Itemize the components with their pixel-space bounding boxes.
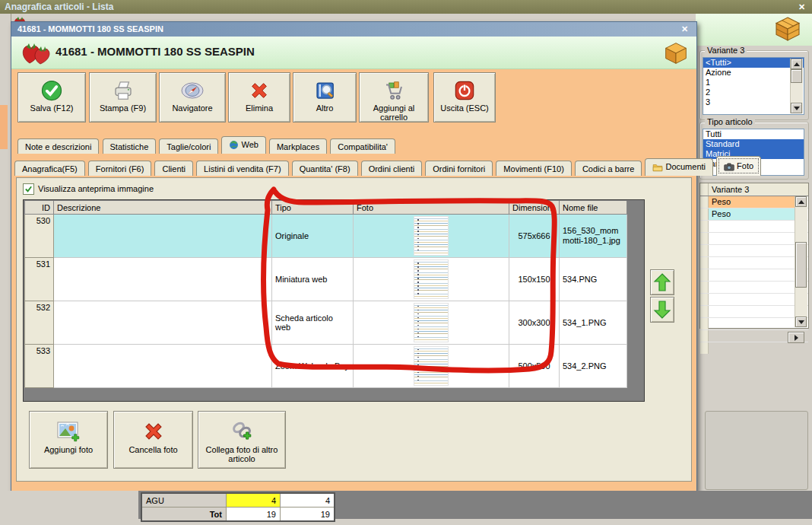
tab-compatibilita[interactable]: Compatibilita' xyxy=(330,138,395,154)
grid-cell[interactable]: Peso xyxy=(709,208,795,220)
exit-button[interactable]: Uscita (ESC) xyxy=(433,72,496,123)
screen: Anagrafica articoli - Lista ✕ Variante 3… xyxy=(0,0,812,525)
scroll-down-button[interactable] xyxy=(791,103,802,113)
tab-label: Documenti xyxy=(665,162,706,171)
other-button[interactable]: Altro xyxy=(293,72,357,123)
col-header-dimensioni[interactable]: Dimensioni xyxy=(509,201,560,215)
tipo-articolo-group-label: Tipo articolo xyxy=(705,117,755,126)
grid-row-peso-1[interactable]: Peso xyxy=(700,196,808,208)
tab-foto[interactable]: Foto xyxy=(716,156,761,176)
listbox-item-tutti[interactable]: <Tutti> xyxy=(703,58,804,68)
move-down-button[interactable] xyxy=(650,297,674,323)
tab-movimenti[interactable]: Movimenti (F10) xyxy=(496,161,571,176)
cell-dimensioni: 300x300 xyxy=(509,301,560,345)
table-row-532[interactable]: 532 Scheda articolo web 300x300 534_1.PN… xyxy=(25,301,627,345)
tab-anagrafica[interactable]: Anagrafica(F5) xyxy=(14,161,85,176)
tab-web[interactable]: Web xyxy=(221,136,265,154)
scroll-up-button[interactable] xyxy=(791,59,802,69)
tab-quantita[interactable]: Quantita' (F8) xyxy=(292,161,358,176)
camera-icon xyxy=(724,163,734,173)
cell-descrizione xyxy=(54,258,272,301)
link-photo-button[interactable]: Collega foto di altro articolo xyxy=(198,411,286,469)
grid-empty-row xyxy=(700,342,808,354)
variante3-scrollbar[interactable] xyxy=(790,59,803,113)
tab-label: Codici a barre xyxy=(582,164,634,173)
article-title: 41681 - MOMMOTTI 180 SS SEASPIN xyxy=(56,45,255,58)
green-arrow-down-icon xyxy=(653,300,671,320)
right-sidebar: Variante 3 <Tutti> Azione 1 2 3 Tipo art… xyxy=(696,14,812,525)
scroll-down-button[interactable] xyxy=(795,317,807,327)
grid-hscroll-right-button[interactable] xyxy=(788,332,804,343)
add-photo-button[interactable]: Aggiungi foto xyxy=(29,411,108,469)
table-header-row: ID Descrizione Tipo Foto Dimensioni Nome… xyxy=(25,201,627,215)
photo-thumbnail xyxy=(414,216,449,256)
button-label: Uscita (ESC) xyxy=(434,103,495,113)
add-to-cart-button[interactable]: Aggiungi al carrello xyxy=(359,72,429,123)
tab-ordini-clienti[interactable]: Ordini clienti xyxy=(361,161,423,176)
save-button[interactable]: Salva (F12) xyxy=(17,72,86,123)
tab-label: Listini di vendita (F7) xyxy=(204,164,281,173)
grid-row-peso-2[interactable]: Peso xyxy=(700,208,808,221)
tab-documenti[interactable]: Documenti xyxy=(645,158,713,176)
table-row-531[interactable]: 531 Miniatura web 150x150 534.PNG xyxy=(25,258,627,301)
tab-listini-di-vendita[interactable]: Listini di vendita (F7) xyxy=(196,161,289,176)
cell-tipo: Scheda articolo web xyxy=(272,301,354,345)
scroll-thumb[interactable] xyxy=(791,69,802,83)
red-x-icon xyxy=(229,78,290,103)
outer-close-icon[interactable]: ✕ xyxy=(796,2,807,12)
grid-cell[interactable]: Peso xyxy=(709,196,795,208)
tab-clienti[interactable]: Clienti xyxy=(154,161,193,176)
dialog-close-icon[interactable]: ✕ xyxy=(679,24,690,34)
tab-statistiche[interactable]: Statistiche xyxy=(103,138,157,154)
tab-label: Taglie/colori xyxy=(167,142,211,151)
cell-nome-file: 534_1.PNG xyxy=(560,301,627,345)
delete-button[interactable]: Elimina xyxy=(228,72,290,123)
col-header-foto[interactable]: Foto xyxy=(354,201,509,215)
table-row-530[interactable]: 530 Originale 575x666 156_530_mommotti-1… xyxy=(25,215,627,258)
tab-taglie-colori[interactable]: Taglie/colori xyxy=(159,138,218,154)
grid-empty-row xyxy=(700,233,808,245)
cell-tipo: Originale xyxy=(272,215,354,258)
article-dialog: 41681 - MOMMOTTI 180 SS SEASPIN ✕ 41681 … xyxy=(11,21,697,492)
listbox-item-standard[interactable]: Standard xyxy=(703,139,804,149)
listbox-item-tutti[interactable]: Tutti xyxy=(703,129,804,139)
table-row-533[interactable]: 533 Zoom Web ed eBay 500x500 534_2.PNG xyxy=(25,345,627,388)
grid-empty-row xyxy=(700,269,808,282)
col-header-nome-file[interactable]: Nome file xyxy=(560,201,627,215)
globe-icon xyxy=(229,140,239,151)
listbox-item-azione[interactable]: Azione xyxy=(703,68,804,78)
tab-row-lower: Anagrafica(F5) Fornitori (F6) Clienti Li… xyxy=(14,156,762,176)
listbox-item-3[interactable]: 3 xyxy=(703,97,804,107)
print-button[interactable]: Stampa (F9) xyxy=(89,72,157,123)
delete-photo-button[interactable]: Cancella foto xyxy=(113,411,193,469)
navigator-button[interactable]: Navigatore xyxy=(159,72,226,123)
photo-thumbnail xyxy=(414,346,449,386)
grid-scrollbar[interactable] xyxy=(795,196,807,327)
move-up-button[interactable] xyxy=(650,269,674,295)
cell-foto xyxy=(354,258,509,301)
cell-descrizione xyxy=(54,215,272,258)
totals-value-highlighted[interactable]: 4 xyxy=(227,493,281,508)
totals-row-agu[interactable]: AGU 4 4 xyxy=(141,493,335,508)
cell-id: 532 xyxy=(25,301,54,345)
tab-codici-a-barre[interactable]: Codici a barre xyxy=(575,161,642,176)
variante3-listbox[interactable]: <Tutti> Azione 1 2 3 xyxy=(703,57,804,115)
col-header-descrizione[interactable]: Descrizione xyxy=(54,201,272,215)
listbox-item-2[interactable]: 2 xyxy=(703,88,804,97)
tab-note-e-descrizioni[interactable]: Note e descrizioni xyxy=(17,138,99,154)
grid-header-row: Variante 3 xyxy=(700,183,808,196)
col-header-id[interactable]: ID xyxy=(25,201,54,215)
listbox-item-1[interactable]: 1 xyxy=(703,78,804,88)
scroll-up-button[interactable] xyxy=(795,196,807,207)
col-header-tipo[interactable]: Tipo xyxy=(272,201,354,215)
tab-fornitori[interactable]: Fornitori (F6) xyxy=(88,161,152,176)
cell-foto xyxy=(354,345,509,388)
preview-checkbox[interactable] xyxy=(23,183,34,195)
cell-tipo: Miniatura web xyxy=(272,258,354,301)
scroll-thumb[interactable] xyxy=(795,242,807,288)
bottom-status-strip xyxy=(0,519,812,525)
tab-ordini-fornitori[interactable]: Ordini fornitori xyxy=(425,161,493,176)
book-magnifier-icon xyxy=(293,78,356,103)
tab-markplaces[interactable]: Markplaces xyxy=(269,138,327,154)
package-icon xyxy=(774,15,801,43)
